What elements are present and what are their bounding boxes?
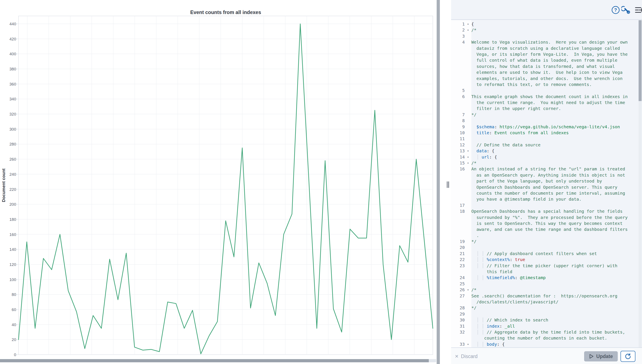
editor-scrollbar-thumb[interactable]	[638, 20, 642, 101]
svg-text:420: 420	[9, 37, 16, 41]
line-number	[451, 214, 465, 220]
editor-line: filter in the upper right corner.	[451, 106, 637, 112]
editor-line: 9 $schema: https://vega.github.io/schema…	[451, 124, 637, 130]
code-text: data: {	[471, 148, 637, 154]
editor-scrollbar[interactable]	[638, 20, 642, 348]
close-icon: ×	[455, 353, 458, 359]
line-number	[451, 64, 465, 69]
svg-text:40: 40	[12, 322, 16, 327]
editor-line: OpenSearch Dashboards and OpenSearch ser…	[451, 184, 637, 190]
line-number: 21	[451, 250, 465, 256]
editor-line: 23 │ │ // Filter the time picker (upper …	[451, 263, 637, 269]
fold-spacer	[465, 263, 471, 269]
fold-spacer	[465, 124, 471, 130]
help-icon[interactable]: ?	[611, 6, 620, 14]
fold-spacer	[465, 166, 471, 172]
code-text	[471, 281, 637, 287]
refresh-button[interactable]	[620, 351, 636, 362]
fold-spacer	[465, 172, 471, 178]
editor-line: the current time range. You might need t…	[451, 100, 637, 106]
svg-text:?: ?	[614, 7, 617, 12]
line-number	[451, 45, 465, 51]
fold-spacer	[465, 311, 471, 317]
fold-spacer	[465, 33, 471, 39]
code-text: title: Event counts from all indexes	[471, 130, 637, 136]
line-number: 28	[451, 305, 465, 311]
editor-line: 24 │ │ %timefield%: @timestamp	[451, 275, 637, 280]
svg-text:400: 400	[9, 52, 16, 56]
play-icon	[589, 354, 594, 359]
line-number: 29	[451, 311, 465, 317]
code-text: Welcome to Vega visualizations. Here you…	[471, 39, 637, 45]
svg-text:100: 100	[9, 278, 16, 282]
line-number: 4	[451, 39, 465, 45]
fold-spacer	[465, 64, 471, 69]
svg-text:380: 380	[9, 67, 16, 71]
code-text: dataviz from scratch using a declarative…	[471, 45, 637, 51]
chart-horizontal-scrollbar-thumb[interactable]	[0, 359, 429, 362]
fold-arrow-icon[interactable]: ▾	[465, 160, 471, 166]
chart-vertical-scrollbar[interactable]	[437, 0, 440, 364]
code-text: See .search() documentation for : https:…	[471, 293, 637, 299]
editor-line: .	[451, 232, 637, 238]
editor-line: 15▾/*	[451, 160, 637, 166]
editor-line: 3	[451, 33, 637, 39]
apply-lines-icon[interactable]	[634, 6, 642, 14]
code-text: the current time range. You might need t…	[471, 100, 637, 106]
code-text: filter in the upper right corner.	[471, 106, 637, 112]
editor-line: dataviz from scratch using a declarative…	[451, 45, 637, 51]
editor-line: 13▾ data: {	[451, 148, 637, 154]
fold-spacer	[465, 305, 471, 311]
editor-line: 22 │ │ %context%: true	[451, 256, 637, 262]
code-text: OpenSearch Dashboards has a special hand…	[471, 208, 637, 214]
code-text: │ │ // Filter the time picker (upper rig…	[471, 263, 637, 269]
fold-arrow-icon[interactable]: ▾	[465, 21, 471, 27]
code-editor[interactable]: 1▾{2▾/*34Welcome to Vega visualizations.…	[451, 20, 642, 348]
line-number: 19	[451, 238, 465, 244]
editor-line: 7*/	[451, 112, 637, 118]
svg-text:340: 340	[9, 97, 16, 101]
line-number	[451, 76, 465, 82]
code-text: you have a @timestamp field in your data…	[471, 196, 637, 202]
fold-spacer	[465, 76, 471, 82]
line-number: 10	[451, 130, 465, 136]
update-button[interactable]: Update	[584, 351, 618, 362]
fold-spacer	[465, 100, 471, 106]
editor-line: 32 │ │ // Aggregate data by the time fie…	[451, 329, 637, 335]
line-number: 12	[451, 142, 465, 148]
discard-button[interactable]: × Discard	[455, 352, 478, 360]
fold-arrow-icon[interactable]: ▾	[465, 341, 471, 347]
fold-arrow-icon[interactable]: ▾	[465, 27, 471, 33]
editor-line: sources, how that data is transformed, a…	[451, 64, 637, 69]
wrench-icon[interactable]	[621, 6, 630, 14]
code-text: examples, tutorials, and other docs. Use…	[471, 76, 637, 82]
line-number: 23	[451, 263, 465, 269]
line-number: 31	[451, 323, 465, 329]
fold-arrow-icon[interactable]: ▾	[465, 287, 471, 293]
editor-line: 27See .search() documentation for : http…	[451, 293, 637, 299]
svg-text:220: 220	[9, 187, 16, 192]
line-number: 8	[451, 118, 465, 124]
fold-spacer	[465, 317, 471, 323]
line-number: 14	[451, 154, 465, 160]
editor-line: is sent to OpenSearch. This way the quer…	[451, 220, 637, 226]
svg-text:120: 120	[9, 262, 16, 267]
editor-line: 30 │ │ // Which index to search	[451, 317, 637, 323]
editor-line: 29	[451, 311, 637, 317]
code-text	[471, 88, 637, 94]
fold-arrow-icon[interactable]: ▾	[465, 154, 471, 160]
chart-horizontal-scrollbar[interactable]	[0, 359, 436, 362]
fold-spacer	[465, 299, 471, 305]
svg-text:200: 200	[9, 202, 16, 206]
fold-arrow-icon[interactable]: ▾	[465, 148, 471, 154]
fold-spacer	[465, 269, 471, 275]
fold-spacer	[465, 335, 471, 341]
fold-spacer	[465, 106, 471, 112]
code-text: {	[471, 21, 637, 27]
line-number	[451, 299, 465, 305]
panel-resize-handle-icon[interactable]	[446, 182, 450, 188]
fold-spacer	[465, 244, 471, 250]
fold-spacer	[465, 118, 471, 124]
editor-line: to reformat this text, or to remove comm…	[451, 82, 637, 88]
svg-text:280: 280	[9, 142, 16, 146]
